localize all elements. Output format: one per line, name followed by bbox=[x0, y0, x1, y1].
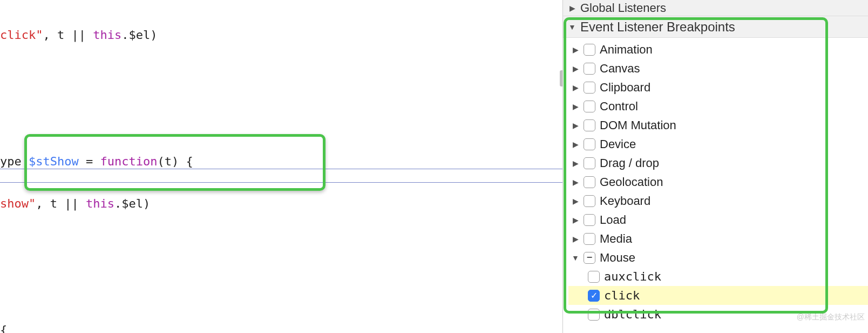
caret-right-icon: ▶ bbox=[572, 197, 579, 205]
category-label: Control bbox=[600, 99, 638, 114]
category-load[interactable]: ▶ Load bbox=[568, 210, 868, 229]
caret-down-icon: ▼ bbox=[568, 23, 576, 31]
caret-right-icon: ▶ bbox=[572, 159, 579, 168]
checkbox-unchecked[interactable] bbox=[584, 82, 595, 94]
caret-down-icon: ▼ bbox=[572, 254, 579, 262]
category-label: Geolocation bbox=[600, 175, 663, 189]
checkbox-unchecked[interactable] bbox=[584, 119, 595, 131]
code-token: .$el) bbox=[121, 28, 157, 42]
checkbox-unchecked[interactable] bbox=[584, 157, 595, 169]
mouse-event-click[interactable]: ✓ click bbox=[568, 286, 868, 305]
code-token: this bbox=[93, 28, 121, 42]
code-token: function bbox=[100, 155, 157, 168]
mouse-event-auxclick[interactable]: auxclick bbox=[568, 267, 868, 286]
event-label: click bbox=[604, 289, 640, 302]
caret-right-icon: ▶ bbox=[572, 121, 579, 130]
category-canvas[interactable]: ▶ Canvas bbox=[568, 59, 868, 78]
code-token: { bbox=[0, 323, 7, 333]
caret-right-icon: ▶ bbox=[572, 102, 579, 111]
checkbox-indeterminate[interactable]: − bbox=[584, 252, 595, 264]
category-media[interactable]: ▶ Media bbox=[568, 229, 868, 248]
category-control[interactable]: ▶ Control bbox=[568, 97, 868, 116]
category-label: Mouse bbox=[600, 251, 635, 265]
checkbox-unchecked[interactable] bbox=[584, 176, 595, 188]
caret-right-icon: ▶ bbox=[572, 235, 579, 243]
section-header-global-listeners[interactable]: ▶ Global Listeners bbox=[563, 0, 868, 16]
section-title: Global Listeners bbox=[580, 1, 666, 15]
section-header-event-listener-breakpoints[interactable]: ▼ Event Listener Breakpoints bbox=[563, 16, 868, 38]
section-title: Event Listener Breakpoints bbox=[580, 19, 735, 35]
category-label: Load bbox=[600, 213, 626, 227]
category-label: Clipboard bbox=[600, 81, 650, 95]
category-mouse[interactable]: ▼ − Mouse bbox=[568, 248, 868, 267]
category-device[interactable]: ▶ Device bbox=[568, 135, 868, 154]
code-token: .$stShow bbox=[22, 155, 79, 168]
checkbox-unchecked[interactable] bbox=[584, 138, 595, 150]
code-token: (t) { bbox=[157, 155, 193, 168]
category-animation[interactable]: ▶ Animation bbox=[568, 40, 868, 59]
code-token: , t || bbox=[43, 28, 93, 42]
category-label: Media bbox=[600, 232, 632, 246]
checkbox-unchecked[interactable] bbox=[584, 101, 595, 112]
debugger-side-panel: ▶ Global Listeners ▼ Event Listener Brea… bbox=[562, 0, 868, 333]
checkbox-unchecked[interactable] bbox=[584, 233, 595, 245]
code-token: click" bbox=[0, 28, 43, 42]
event-label: dblclick bbox=[604, 308, 661, 321]
category-keyboard[interactable]: ▶ Keyboard bbox=[568, 191, 868, 210]
code-token: show" bbox=[0, 197, 36, 210]
event-label: auxclick bbox=[604, 270, 661, 283]
caret-right-icon: ▶ bbox=[568, 4, 576, 12]
caret-right-icon: ▶ bbox=[572, 216, 579, 224]
code-token: , t || bbox=[36, 197, 86, 210]
code-token: .$el) bbox=[114, 197, 150, 210]
caret-right-icon: ▶ bbox=[572, 64, 579, 73]
code-editor-pane[interactable]: click", t || this.$el) ype.$stShow = fun… bbox=[0, 0, 562, 333]
category-drag-drop[interactable]: ▶ Drag / drop bbox=[568, 154, 868, 172]
category-dom-mutation[interactable]: ▶ DOM Mutation bbox=[568, 116, 868, 135]
category-label: DOM Mutation bbox=[600, 118, 676, 132]
category-label: Keyboard bbox=[600, 194, 650, 208]
code-token: ype bbox=[0, 155, 22, 168]
code-token: this bbox=[86, 197, 114, 210]
checkbox-unchecked[interactable] bbox=[584, 195, 595, 207]
watermark: @稀土掘金技术社区 bbox=[797, 312, 865, 322]
caret-right-icon: ▶ bbox=[572, 45, 579, 54]
category-label: Animation bbox=[600, 43, 653, 57]
caret-right-icon: ▶ bbox=[572, 178, 579, 187]
category-label: Drag / drop bbox=[600, 156, 659, 170]
checkbox-unchecked[interactable] bbox=[588, 271, 600, 283]
checkbox-unchecked[interactable] bbox=[584, 214, 595, 226]
caret-right-icon: ▶ bbox=[572, 83, 579, 92]
checkbox-unchecked[interactable] bbox=[584, 44, 595, 56]
checkbox-unchecked[interactable] bbox=[588, 309, 600, 321]
category-label: Device bbox=[600, 137, 636, 151]
event-listener-breakpoints-tree: ▶ Animation ▶ Canvas ▶ Clipboard ▶ Contr… bbox=[563, 38, 868, 326]
category-clipboard[interactable]: ▶ Clipboard bbox=[568, 78, 868, 97]
category-geolocation[interactable]: ▶ Geolocation bbox=[568, 172, 868, 191]
checkbox-unchecked[interactable] bbox=[584, 63, 595, 75]
code-token: = bbox=[79, 155, 100, 168]
checkbox-checked[interactable]: ✓ bbox=[588, 290, 600, 302]
category-label: Canvas bbox=[600, 62, 640, 76]
caret-right-icon: ▶ bbox=[572, 140, 579, 149]
